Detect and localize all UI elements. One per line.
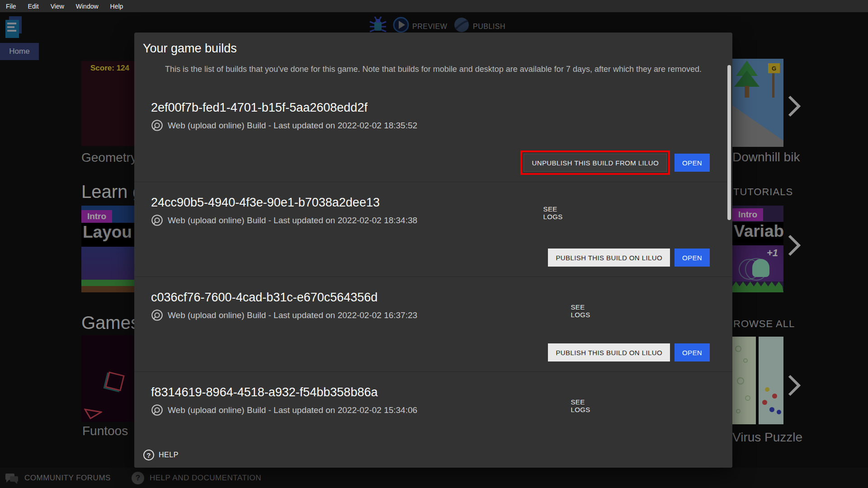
open-build-button[interactable]: OPEN (675, 343, 710, 361)
publish-build-button[interactable]: PUBLISH THIS BUILD ON LILUO (548, 343, 670, 361)
unpublish-build-button[interactable]: UNPUBLISH THIS BUILD FROM LILUO (524, 154, 667, 172)
menu-help[interactable]: Help (104, 3, 129, 10)
builds-list: 2ef00f7b-fed1-4701-b15f-5aa2608edd2f Web… (134, 87, 732, 467)
app-window: File Edit View Window Help Home (0, 0, 868, 488)
help-icon: ? (143, 450, 154, 460)
chrome-icon (151, 309, 163, 321)
annotation-highlight: UNPUBLISH THIS BUILD FROM LILUO (520, 150, 670, 175)
chrome-icon (151, 119, 163, 131)
build-info: Web (upload online) Build - Last updated… (168, 216, 417, 225)
build-card: 2ef00f7b-fed1-4701-b15f-5aa2608edd2f Web… (134, 87, 732, 182)
build-info: Web (upload online) Build - Last updated… (168, 310, 417, 320)
help-button[interactable]: ? HELP (143, 450, 179, 460)
open-build-button[interactable]: OPEN (675, 154, 710, 172)
dialog-title: Your game builds (143, 42, 732, 56)
build-card: c036cf76-7600-4cad-b31c-e670c564356d Web… (134, 277, 732, 372)
game-builds-dialog: Your game builds This is the list of bui… (134, 33, 732, 468)
build-card: 24cc90b5-4940-4f3e-90e1-b7038a2dee13 Web… (134, 182, 732, 277)
build-info: Web (upload online) Build - Last updated… (168, 405, 417, 415)
menu-file[interactable]: File (0, 3, 22, 10)
menu-edit[interactable]: Edit (22, 3, 45, 10)
build-id: 24cc90b5-4940-4f3e-90e1-b7038a2dee13 (151, 196, 710, 210)
build-id: 2ef00f7b-fed1-4701-b15f-5aa2608edd2f (151, 101, 710, 115)
build-info: Web (upload online) Build - Last updated… (168, 121, 417, 131)
chrome-icon (151, 214, 163, 226)
dialog-scrollbar[interactable] (727, 65, 731, 220)
open-build-button[interactable]: OPEN (675, 249, 710, 267)
build-id: c036cf76-7600-4cad-b31c-e670c564356d (151, 291, 710, 305)
publish-build-button[interactable]: PUBLISH THIS BUILD ON LILUO (548, 249, 670, 267)
menu-window[interactable]: Window (70, 3, 104, 10)
help-label: HELP (159, 451, 179, 459)
menu-view[interactable]: View (45, 3, 70, 10)
dialog-footer: ? HELP CLOSE (134, 442, 732, 468)
chrome-icon (151, 404, 163, 416)
menu-bar: File Edit View Window Help (0, 0, 868, 12)
build-id: f8314619-8964-4518-a932-f54bb358b86a (151, 385, 710, 399)
dialog-description: This is the list of builds that you've d… (165, 63, 703, 75)
